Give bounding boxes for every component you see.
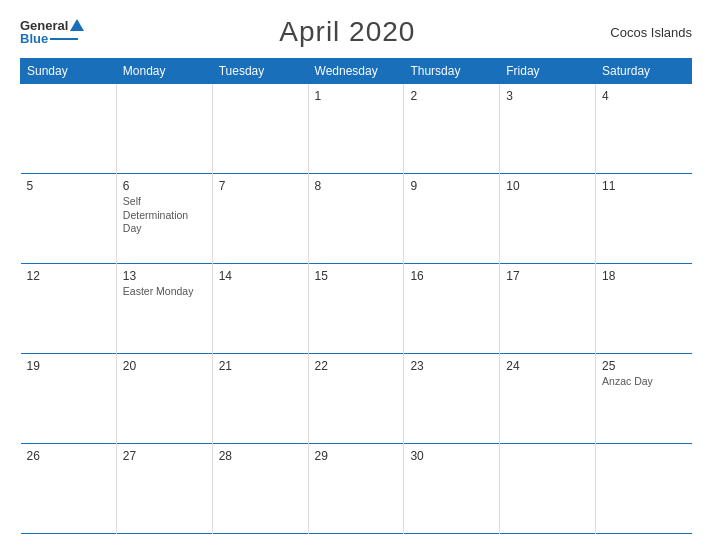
day-cell	[116, 84, 212, 174]
day-cell: 7	[212, 174, 308, 264]
day-cell: 30	[404, 444, 500, 534]
event-label: Easter Monday	[123, 285, 206, 299]
day-cell: 18	[596, 264, 692, 354]
day-number: 18	[602, 269, 685, 283]
col-header-thursday: Thursday	[404, 59, 500, 84]
event-label: Anzac Day	[602, 375, 685, 389]
logo-line	[50, 38, 78, 40]
day-number: 14	[219, 269, 302, 283]
day-cell	[596, 444, 692, 534]
col-header-friday: Friday	[500, 59, 596, 84]
day-cell: 21	[212, 354, 308, 444]
day-cell	[212, 84, 308, 174]
day-cell: 27	[116, 444, 212, 534]
col-header-tuesday: Tuesday	[212, 59, 308, 84]
day-cell: 20	[116, 354, 212, 444]
day-cell: 6Self Determination Day	[116, 174, 212, 264]
day-cell	[21, 84, 117, 174]
day-number: 10	[506, 179, 589, 193]
day-number: 24	[506, 359, 589, 373]
day-number: 17	[506, 269, 589, 283]
day-number: 5	[27, 179, 110, 193]
logo: General Blue	[20, 19, 84, 45]
col-header-saturday: Saturday	[596, 59, 692, 84]
day-cell: 26	[21, 444, 117, 534]
day-cell: 15	[308, 264, 404, 354]
day-cell: 19	[21, 354, 117, 444]
day-cell: 23	[404, 354, 500, 444]
day-cell: 28	[212, 444, 308, 534]
day-number: 23	[410, 359, 493, 373]
day-number: 4	[602, 89, 685, 103]
event-label: Self Determination Day	[123, 195, 206, 236]
day-cell: 12	[21, 264, 117, 354]
col-header-sunday: Sunday	[21, 59, 117, 84]
calendar-header-row: SundayMondayTuesdayWednesdayThursdayFrid…	[21, 59, 692, 84]
day-cell: 17	[500, 264, 596, 354]
col-header-wednesday: Wednesday	[308, 59, 404, 84]
calendar-title: April 2020	[279, 16, 415, 48]
day-number: 26	[27, 449, 110, 463]
day-number: 15	[315, 269, 398, 283]
day-number: 11	[602, 179, 685, 193]
week-row-4: 2627282930	[21, 444, 692, 534]
day-cell: 1	[308, 84, 404, 174]
day-cell	[500, 444, 596, 534]
day-number: 6	[123, 179, 206, 193]
day-cell: 8	[308, 174, 404, 264]
day-cell: 14	[212, 264, 308, 354]
day-number: 12	[27, 269, 110, 283]
day-number: 9	[410, 179, 493, 193]
day-number: 7	[219, 179, 302, 193]
logo-triangle-icon	[70, 19, 84, 31]
day-number: 27	[123, 449, 206, 463]
day-cell: 2	[404, 84, 500, 174]
day-number: 3	[506, 89, 589, 103]
day-number: 28	[219, 449, 302, 463]
day-cell: 24	[500, 354, 596, 444]
day-cell: 29	[308, 444, 404, 534]
day-number: 20	[123, 359, 206, 373]
day-number: 1	[315, 89, 398, 103]
day-number: 29	[315, 449, 398, 463]
day-number: 16	[410, 269, 493, 283]
week-row-2: 1213Easter Monday1415161718	[21, 264, 692, 354]
day-cell: 11	[596, 174, 692, 264]
day-cell: 16	[404, 264, 500, 354]
day-number: 21	[219, 359, 302, 373]
day-cell: 10	[500, 174, 596, 264]
day-number: 22	[315, 359, 398, 373]
week-row-0: 1234	[21, 84, 692, 174]
day-number: 8	[315, 179, 398, 193]
calendar-table: SundayMondayTuesdayWednesdayThursdayFrid…	[20, 58, 692, 534]
day-cell: 3	[500, 84, 596, 174]
day-cell: 4	[596, 84, 692, 174]
day-number: 2	[410, 89, 493, 103]
day-cell: 9	[404, 174, 500, 264]
week-row-1: 56Self Determination Day7891011	[21, 174, 692, 264]
week-row-3: 19202122232425Anzac Day	[21, 354, 692, 444]
day-cell: 22	[308, 354, 404, 444]
day-number: 25	[602, 359, 685, 373]
day-number: 30	[410, 449, 493, 463]
region-label: Cocos Islands	[610, 25, 692, 40]
day-number: 19	[27, 359, 110, 373]
day-number: 13	[123, 269, 206, 283]
day-cell: 25Anzac Day	[596, 354, 692, 444]
logo-blue: Blue	[20, 32, 48, 45]
page-header: General Blue April 2020 Cocos Islands	[20, 16, 692, 48]
day-cell: 13Easter Monday	[116, 264, 212, 354]
col-header-monday: Monday	[116, 59, 212, 84]
day-cell: 5	[21, 174, 117, 264]
